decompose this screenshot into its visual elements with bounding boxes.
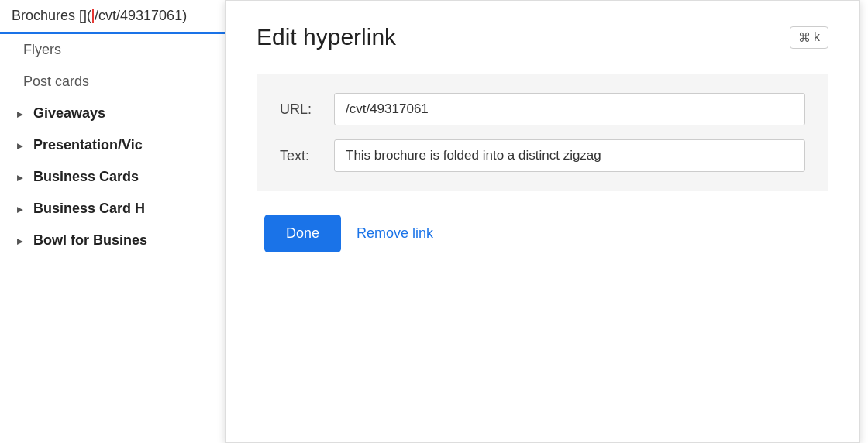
sidebar-item-bowl-for-busines[interactable]: ▸ Bowl for Busines xyxy=(0,225,225,256)
keyboard-shortcut-badge: ⌘ k xyxy=(790,26,828,49)
chevron-right-icon: ▸ xyxy=(12,233,27,249)
chevron-right-icon: ▸ xyxy=(12,106,27,122)
chevron-right-icon: ▸ xyxy=(12,138,27,153)
form-container: URL: Text: xyxy=(257,74,828,191)
modal-actions: Done Remove link xyxy=(257,215,828,252)
text-label: Text: xyxy=(280,148,334,164)
sidebar-item-label: Presentation/Vic xyxy=(33,137,143,153)
cmd-symbol: ⌘ xyxy=(798,30,811,45)
sidebar-item-label: Giveaways xyxy=(33,105,105,122)
sidebar: Brochures [](/cvt/49317061) Flyers Post … xyxy=(0,0,225,443)
sidebar-item-label: Flyers xyxy=(23,42,61,58)
sidebar-item-label: Post cards xyxy=(23,74,89,90)
text-input[interactable] xyxy=(334,139,805,172)
search-bar[interactable]: Brochures [](/cvt/49317061) xyxy=(8,0,217,32)
remove-link-button[interactable]: Remove link xyxy=(356,225,433,242)
url-label: URL: xyxy=(280,101,334,118)
search-bar-container: Brochures [](/cvt/49317061) xyxy=(0,0,225,34)
url-input[interactable] xyxy=(334,93,805,125)
text-row: Text: xyxy=(280,139,805,172)
chevron-right-icon: ▸ xyxy=(12,170,27,185)
sidebar-item-post-cards[interactable]: Post cards xyxy=(0,66,225,98)
edit-hyperlink-modal: Edit hyperlink ⌘ k URL: Text: Done Remov… xyxy=(225,0,860,443)
search-text-after: /cvt/49317061) xyxy=(95,8,187,23)
sidebar-item-label: Bowl for Busines xyxy=(33,232,147,249)
sidebar-item-business-cards[interactable]: ▸ Business Cards xyxy=(0,161,225,193)
done-button[interactable]: Done xyxy=(264,215,341,252)
sidebar-item-label: Business Card H xyxy=(33,201,145,217)
search-text: Brochures []( xyxy=(12,8,91,23)
sidebar-item-presentation[interactable]: ▸ Presentation/Vic xyxy=(0,129,225,161)
sidebar-item-flyers[interactable]: Flyers xyxy=(0,34,225,66)
cursor xyxy=(92,9,94,23)
sidebar-item-business-card-h[interactable]: ▸ Business Card H xyxy=(0,193,225,225)
modal-title: Edit hyperlink xyxy=(257,24,396,50)
sidebar-section: Flyers Post cards ▸ Giveaways ▸ Presenta… xyxy=(0,34,225,256)
url-row: URL: xyxy=(280,93,805,125)
shortcut-key: k xyxy=(814,30,820,44)
chevron-right-icon: ▸ xyxy=(12,201,27,217)
sidebar-item-label: Business Cards xyxy=(33,169,139,185)
modal-header: Edit hyperlink ⌘ k xyxy=(257,24,828,50)
sidebar-item-giveaways[interactable]: ▸ Giveaways xyxy=(0,98,225,129)
